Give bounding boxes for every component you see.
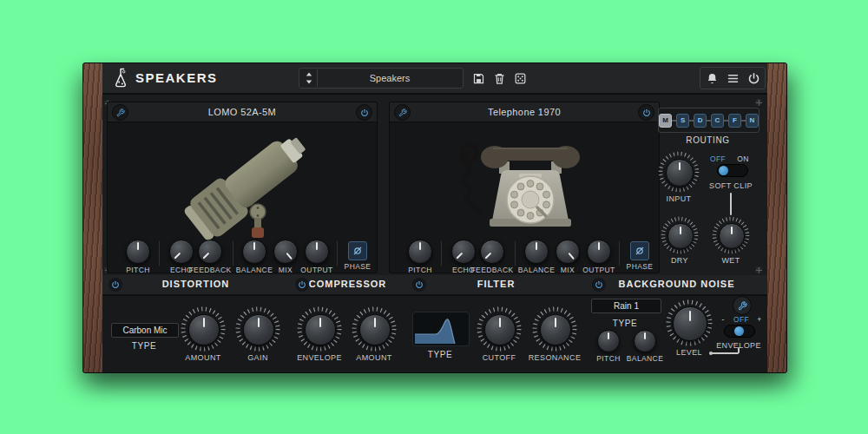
- flask-logo-icon: [111, 67, 130, 89]
- app-title: SPEAKERS: [135, 70, 218, 85]
- envelope-knob[interactable]: ENVELOPE: [289, 306, 350, 362]
- desktop-background: SPEAKERS Speakers L: [0, 0, 868, 434]
- speaker-module-1: LOMO 52A-5M: [107, 102, 378, 273]
- menu-icon[interactable]: [725, 70, 740, 86]
- input-knob[interactable]: INPUT: [648, 151, 709, 203]
- resonance-knob[interactable]: RESONANCE: [524, 306, 585, 362]
- wrench-icon[interactable]: [733, 296, 752, 315]
- section-title: FILTER: [406, 275, 586, 293]
- module1-title[interactable]: LOMO 52A-5M: [108, 102, 377, 122]
- feedback-knob[interactable]: FEEDBACK: [187, 240, 233, 274]
- section-title: BACKGROUND NOISE: [586, 275, 767, 293]
- module2-header: Telephone 1970: [390, 102, 659, 122]
- routing-node-d[interactable]: D: [694, 114, 707, 128]
- knob-label: LEVEL: [676, 348, 702, 357]
- knob-label: PHASE: [345, 262, 372, 271]
- knob-label: PHASE: [627, 262, 654, 271]
- filter-curve-icon: [413, 312, 469, 345]
- knob-label: DRY: [671, 256, 688, 265]
- distortion-section: DISTORTION Carbon Mic TYPE AMOUNT GAIN: [102, 275, 291, 372]
- preset-selector[interactable]: Speakers: [299, 68, 464, 89]
- cutoff-knob[interactable]: CUTOFF: [469, 306, 529, 362]
- knob-label: INPUT: [667, 194, 692, 203]
- speaker-module-2: Telephone 1970: [389, 102, 660, 273]
- screw-icon: [755, 99, 763, 107]
- type-label: TYPE: [405, 350, 475, 359]
- bell-icon[interactable]: [704, 70, 720, 86]
- module2-title[interactable]: Telephone 1970: [390, 102, 659, 122]
- filter-header: FILTER: [406, 275, 586, 296]
- preset-name[interactable]: Speakers: [317, 69, 463, 88]
- softclip-on-label: ON: [733, 155, 753, 163]
- connector-line: [712, 352, 739, 354]
- envelope-minus-label[interactable]: -: [718, 315, 728, 324]
- wet-knob[interactable]: WET: [707, 216, 755, 265]
- header-bar: SPEAKERS Speakers: [102, 63, 767, 95]
- speakers-plugin-window: SPEAKERS Speakers L: [82, 62, 787, 373]
- wood-panel-left: [83, 63, 102, 372]
- compressor-header: COMPRESSOR: [289, 275, 406, 296]
- section-title: DISTORTION: [102, 275, 289, 293]
- power-icon[interactable]: [295, 278, 309, 292]
- routing-group: M S D C F N: [658, 108, 760, 133]
- power-icon[interactable]: [108, 278, 122, 292]
- knob-label: AMOUNT: [356, 353, 391, 362]
- trash-icon[interactable]: [491, 70, 507, 86]
- compressor-section: COMPRESSOR ENVELOPE AMOUNT: [289, 275, 408, 372]
- type-label: TYPE: [109, 341, 179, 351]
- dice-icon[interactable]: [512, 70, 528, 86]
- connector-line: [730, 193, 732, 215]
- microphone-image: [164, 127, 329, 241]
- filter-section: FILTER TYPE CUTOFF: [406, 275, 588, 372]
- softclip-label: SOFT CLIP: [696, 181, 766, 190]
- phase-button[interactable]: PHASE: [334, 241, 381, 271]
- gain-knob[interactable]: GAIN: [227, 306, 288, 362]
- dry-knob[interactable]: DRY: [655, 216, 704, 265]
- knob-label: GAIN: [247, 353, 268, 362]
- knob-label: ENVELOPE: [297, 353, 342, 362]
- type-label: TYPE: [590, 319, 660, 328]
- noise-type-select[interactable]: Rain 1: [591, 299, 661, 313]
- distortion-header: DISTORTION: [102, 275, 289, 296]
- background-noise-section: BACKGROUND NOISE Rain 1 TYPE PITCH BALAN…: [586, 275, 767, 372]
- knob-label: AMOUNT: [185, 353, 220, 362]
- phase-icon: [352, 245, 364, 257]
- power-icon[interactable]: [638, 104, 654, 121]
- output-knob[interactable]: OUTPUT: [575, 240, 622, 274]
- background-noise-header: BACKGROUND NOISE: [586, 275, 767, 296]
- amount-knob[interactable]: AMOUNT: [173, 306, 233, 362]
- knob-label: OUTPUT: [582, 266, 615, 274]
- filter-type-display[interactable]: [412, 312, 470, 346]
- pitch-knob[interactable]: PITCH: [115, 240, 161, 274]
- save-icon[interactable]: [470, 70, 486, 86]
- distortion-type-select[interactable]: Carbon Mic: [111, 323, 179, 338]
- softclip-off-label: OFF: [707, 155, 728, 163]
- knob-label: FEEDBACK: [188, 266, 231, 274]
- routing-node-m[interactable]: M: [659, 114, 672, 128]
- envelope-plus-label[interactable]: +: [754, 315, 765, 324]
- preset-stepper-icon[interactable]: [301, 69, 318, 87]
- knob-label: OUTPUT: [300, 266, 332, 274]
- telephone-image: [450, 127, 598, 238]
- routing-node-f[interactable]: F: [728, 114, 741, 128]
- wood-panel-right: [767, 63, 786, 372]
- knob-label: PITCH: [126, 266, 150, 274]
- feedback-knob[interactable]: FEEDBACK: [469, 240, 516, 274]
- knob-label: BALANCE: [627, 354, 663, 363]
- knob-label: CUTOFF: [483, 353, 516, 362]
- routing-node-s[interactable]: S: [676, 114, 689, 128]
- knob-label: PITCH: [596, 354, 621, 363]
- amount-knob[interactable]: AMOUNT: [344, 306, 404, 362]
- power-icon[interactable]: [356, 104, 372, 121]
- noise-pitch-knob[interactable]: PITCH: [589, 330, 628, 363]
- power-icon[interactable]: [592, 278, 606, 292]
- knob-label: MIX: [561, 266, 575, 274]
- softclip-toggle[interactable]: [717, 164, 748, 177]
- routing-node-c[interactable]: C: [711, 114, 724, 128]
- pitch-knob[interactable]: PITCH: [397, 240, 444, 274]
- routing-node-n[interactable]: N: [746, 114, 759, 128]
- power-icon[interactable]: [746, 70, 761, 86]
- output-knob[interactable]: OUTPUT: [293, 240, 340, 274]
- power-icon[interactable]: [412, 278, 426, 292]
- envelope-toggle[interactable]: [724, 325, 755, 338]
